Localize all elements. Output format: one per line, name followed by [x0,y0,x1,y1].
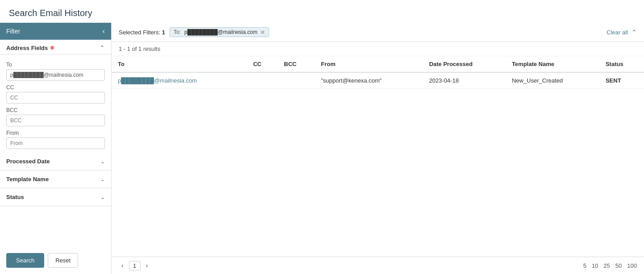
template-name-label: Template Name [6,176,49,183]
from-input[interactable] [6,137,105,149]
col-cc: CC [247,56,278,72]
pagination-size-5[interactable]: 5 [583,262,586,269]
pagination-size-25[interactable]: 25 [603,262,610,269]
to-input[interactable] [6,69,105,81]
cell-from: "support@kenexa.com" [315,72,423,89]
clear-all-link[interactable]: Clear all [607,29,628,36]
col-status: Status [599,56,644,72]
results-table-wrapper: To CC BCC From Date Processed Template N… [112,56,644,257]
to-label: To [6,62,105,68]
col-bcc: BCC [278,56,315,72]
sidebar-actions: Search Reset [0,247,111,274]
pagination-prev[interactable]: ‹ [119,261,126,270]
status-label: Status [6,194,24,200]
cell-status: SENT [599,72,644,89]
filter-tag-to-label: To: [174,29,181,35]
results-panel: Selected Filters: 1 To: p████████@mailne… [112,23,644,274]
pagination-current-page: 1 [129,261,141,270]
filter-tag-to-remove[interactable]: ✕ [260,29,265,35]
pagination-sizes: 5102550100 [583,262,637,269]
cc-input[interactable] [6,92,105,104]
bcc-input[interactable] [6,115,105,126]
col-date-processed: Date Processed [423,56,506,72]
required-indicator [50,46,54,50]
pagination-size-50[interactable]: 50 [615,262,622,269]
sidebar-collapse-icon: ‹ [103,27,105,35]
filters-bar-right: Clear all ⌃ [607,29,637,36]
filter-tag-to: To: p████████@mailnesia.com ✕ [170,27,269,37]
sidebar-body: Address Fields ⌃ To CC BCC [0,40,111,247]
cell-bcc [278,72,315,89]
pagination-size-10[interactable]: 10 [592,262,598,269]
table-row: p████████@mailnesia.com "support@kenexa.… [112,72,644,89]
results-count: 1 - 1 of 1 results [112,42,644,56]
page-title: Search Email History [0,0,644,23]
status-chevron-icon: ⌄ [100,194,105,200]
bcc-label: BCC [6,107,105,113]
template-name-chevron-icon: ⌄ [100,176,105,183]
processed-date-header[interactable]: Processed Date ⌄ [0,153,111,170]
from-label: From [6,130,105,136]
col-template-name: Template Name [506,56,599,72]
address-fields-label: Address Fields [6,45,54,51]
sidebar: Filter ‹ Address Fields ⌃ To [0,23,112,274]
filters-bar: Selected Filters: 1 To: p████████@mailne… [112,23,644,42]
filter-header[interactable]: Filter ‹ [0,23,111,40]
cell-template-name: New_User_Created [506,72,599,89]
filters-bar-collapse-icon[interactable]: ⌃ [632,29,637,36]
cell-date-processed: 2023-04-18 [423,72,506,89]
address-fields-toggle-icon: ⌃ [100,44,105,51]
pagination-size-100[interactable]: 100 [627,262,637,269]
processed-date-section: Processed Date ⌄ [0,153,111,170]
address-fields-section-header[interactable]: Address Fields ⌃ [0,40,111,54]
filter-tag-to-value: p████████@mailnesia.com [184,29,258,35]
table-header-row: To CC BCC From Date Processed Template N… [112,56,644,72]
cell-cc [247,72,278,89]
processed-date-label: Processed Date [6,158,50,165]
cell-to: p████████@mailnesia.com [112,72,247,89]
status-header[interactable]: Status ⌄ [0,188,111,206]
pagination-next[interactable]: › [143,261,151,270]
col-to: To [112,56,247,72]
filters-bar-left: Selected Filters: 1 To: p████████@mailne… [119,27,269,37]
search-button[interactable]: Search [6,253,44,268]
main-content: Filter ‹ Address Fields ⌃ To [0,23,644,274]
address-fields-body: To CC BCC From [0,54,111,153]
reset-button[interactable]: Reset [48,253,78,268]
filter-label: Filter [6,28,20,35]
col-from: From [315,56,423,72]
page-wrapper: Search Email History Filter ‹ Address Fi… [0,0,644,274]
cc-label: CC [6,84,105,91]
template-name-header[interactable]: Template Name ⌄ [0,170,111,188]
processed-date-chevron-icon: ⌄ [100,158,105,165]
filters-bar-title: Selected Filters: 1 [119,29,165,36]
results-table: To CC BCC From Date Processed Template N… [112,56,644,89]
template-name-section: Template Name ⌄ [0,170,111,188]
status-section: Status ⌄ [0,188,111,206]
pagination-bar: ‹ 1 › 5102550100 [112,257,644,274]
pagination-nav: ‹ 1 › [119,261,150,270]
